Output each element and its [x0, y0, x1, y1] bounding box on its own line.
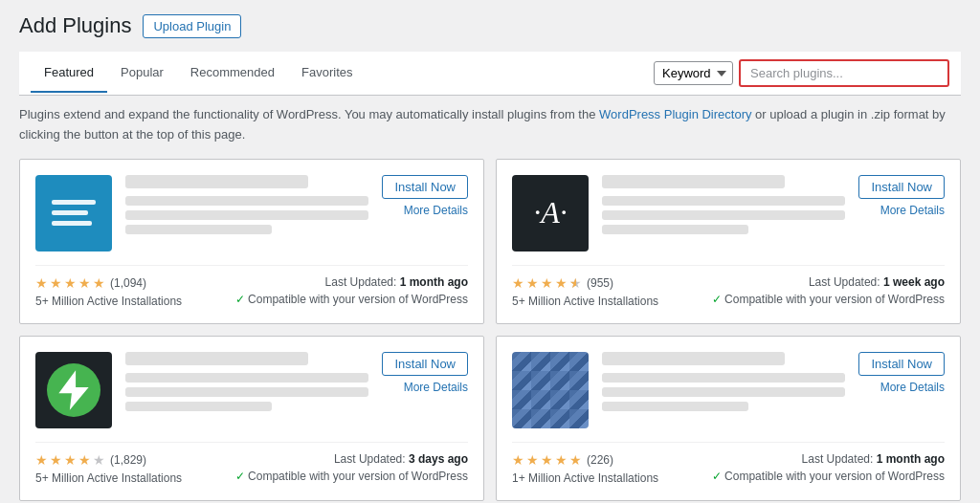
tab-favorites[interactable]: Favorites	[288, 54, 366, 93]
search-input[interactable]	[739, 59, 949, 87]
tab-featured[interactable]: Featured	[31, 54, 107, 93]
plugin-actions-1: Install Now More Details	[382, 175, 468, 252]
plugins-grid: Install Now More Details ★ ★ ★ ★ ★ (1,09…	[19, 159, 961, 501]
plugin-card-bottom-3: ★ ★ ★ ★ ★ (1,829) 5+ Million Active Inst…	[35, 442, 468, 485]
plugin-meta-right-2: Last Updated: 1 week ago Compatible with…	[712, 275, 945, 306]
bolt-svg	[50, 366, 98, 414]
plugin-actions-4: Install Now More Details	[858, 352, 945, 428]
bolt-circle-icon	[47, 363, 100, 417]
rating-count-3: (1,829)	[110, 453, 146, 467]
plugin-meta-left-4: ★ ★ ★ ★ ★ (226) 1+ Million Active Instal…	[512, 452, 658, 485]
star-2: ★	[50, 275, 62, 291]
stars-3: ★ ★ ★ ★ ★ (1,829)	[35, 452, 182, 468]
plugin-meta-right-1: Last Updated: 1 month ago Compatible wit…	[235, 275, 468, 306]
plugin-card-3: Install Now More Details ★ ★ ★ ★ ★ (1,82…	[19, 336, 484, 501]
page-title: Add Plugins	[19, 13, 131, 38]
plugin-name-blur-1	[125, 175, 308, 188]
compatible-3: Compatible with your version of WordPres…	[235, 470, 468, 483]
rating-count-4: (226)	[587, 453, 613, 467]
plugin-info-1	[125, 175, 368, 252]
upload-plugin-button[interactable]: Upload Plugin	[143, 14, 241, 38]
last-updated-2: Last Updated: 1 week ago	[712, 275, 945, 289]
rating-count-1: (1,094)	[110, 276, 146, 290]
install-button-4[interactable]: Install Now	[858, 352, 945, 376]
search-area: Keyword	[654, 52, 949, 95]
plugin-meta-right-3: Last Updated: 3 days ago Compatible with…	[235, 452, 468, 483]
last-updated-3: Last Updated: 3 days ago	[235, 452, 468, 466]
plugin-desc-2	[125, 210, 368, 220]
more-details-link-2[interactable]: More Details	[880, 204, 945, 217]
nav-tabs: Featured Popular Recommended Favorites	[31, 54, 366, 93]
plugin-icon-4	[512, 352, 589, 428]
plugin-actions-2: Install Now More Details	[858, 175, 945, 252]
page-header: Add Plugins Upload Plugin	[19, 13, 961, 38]
nav-bar: Featured Popular Recommended Favorites K…	[19, 52, 961, 96]
letter-a-icon: ·A·	[533, 195, 568, 230]
plugin-card-bottom-2: ★ ★ ★ ★ ★ ★ (955) 5+ Million Active Inst…	[512, 265, 945, 308]
plugin-info-2	[602, 175, 845, 252]
install-button-3[interactable]: Install Now	[382, 352, 468, 376]
plugin-actions-3: Install Now More Details	[382, 352, 468, 428]
plugin-card-top-1: Install Now More Details	[35, 175, 468, 252]
tab-recommended[interactable]: Recommended	[177, 54, 288, 93]
install-button-1[interactable]: Install Now	[382, 175, 468, 199]
description-text1: Plugins extend and expand the functional…	[19, 107, 599, 121]
plugin-card-2: ·A· Install Now More Details ★ ★	[496, 159, 961, 324]
plugin-card-bottom-4: ★ ★ ★ ★ ★ (226) 1+ Million Active Instal…	[512, 442, 945, 485]
plugin-meta-left-1: ★ ★ ★ ★ ★ (1,094) 5+ Million Active Inst…	[35, 275, 182, 308]
plugin-info-3	[125, 352, 368, 428]
plugin-card-1: Install Now More Details ★ ★ ★ ★ ★ (1,09…	[19, 159, 484, 324]
last-updated-4: Last Updated: 1 month ago	[712, 452, 945, 466]
half-star-icon: ★ ★	[569, 275, 582, 291]
plugin-icon-1	[35, 175, 112, 252]
plugin-name-blur-2	[602, 175, 785, 188]
filter-select[interactable]: Keyword	[654, 61, 733, 85]
star-5: ★	[93, 275, 105, 291]
compatible-4: Compatible with your version of WordPres…	[712, 470, 945, 483]
last-updated-1: Last Updated: 1 month ago	[235, 275, 468, 289]
plugin-icon-3	[35, 352, 112, 428]
pixel-bg-icon	[512, 352, 589, 428]
plugin-card-top-4: Install Now More Details	[512, 352, 945, 428]
active-installs-1: 5+ Million Active Installations	[35, 295, 182, 308]
plugin-card-top-3: Install Now More Details	[35, 352, 468, 428]
tab-popular[interactable]: Popular	[107, 54, 177, 93]
plugin-meta-left-2: ★ ★ ★ ★ ★ ★ (955) 5+ Million Active Inst…	[512, 275, 658, 308]
install-button-2[interactable]: Install Now	[858, 175, 945, 199]
plugin-card-bottom-1: ★ ★ ★ ★ ★ (1,094) 5+ Million Active Inst…	[35, 265, 468, 308]
compatible-1: Compatible with your version of WordPres…	[235, 293, 468, 306]
star-4: ★	[78, 275, 91, 291]
plugin-directory-link[interactable]: WordPress Plugin Directory	[599, 107, 751, 121]
compatible-2: Compatible with your version of WordPres…	[712, 293, 945, 306]
more-details-link-4[interactable]: More Details	[880, 381, 945, 394]
active-installs-4: 1+ Million Active Installations	[512, 471, 658, 485]
star-3: ★	[64, 275, 77, 291]
plugin-desc-1	[125, 196, 368, 206]
plugin-card-4: Install Now More Details ★ ★ ★ ★ ★ (226)…	[496, 336, 961, 501]
plugin-info-4	[602, 352, 845, 428]
stars-4: ★ ★ ★ ★ ★ (226)	[512, 452, 658, 468]
more-details-link-1[interactable]: More Details	[404, 204, 468, 217]
plugin-card-top-2: ·A· Install Now More Details	[512, 175, 945, 252]
rating-count-2: (955)	[587, 276, 613, 290]
plugin-icon-2: ·A·	[512, 175, 589, 252]
stars-1: ★ ★ ★ ★ ★ (1,094)	[35, 275, 182, 291]
plugin-meta-left-3: ★ ★ ★ ★ ★ (1,829) 5+ Million Active Inst…	[35, 452, 182, 485]
active-installs-3: 5+ Million Active Installations	[35, 471, 182, 485]
star-1: ★	[35, 275, 48, 291]
description-bar: Plugins extend and expand the functional…	[19, 105, 961, 145]
more-details-link-3[interactable]: More Details	[404, 381, 468, 394]
plugin-desc-3	[125, 225, 272, 234]
plugin-meta-right-4: Last Updated: 1 month ago Compatible wit…	[712, 452, 945, 483]
stars-2: ★ ★ ★ ★ ★ ★ (955)	[512, 275, 658, 291]
active-installs-2: 5+ Million Active Installations	[512, 295, 658, 308]
